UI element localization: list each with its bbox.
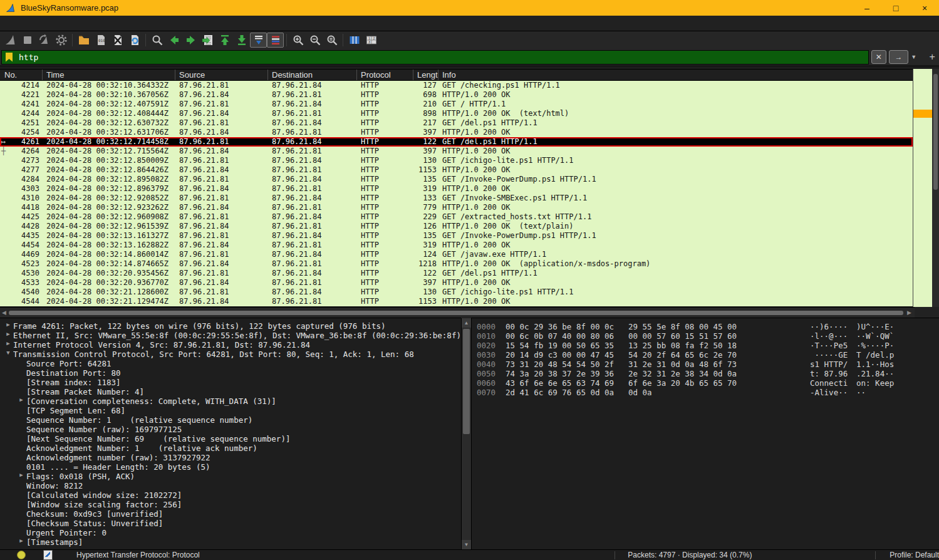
packet-row[interactable]: 4221 2024-04-28 00:32:10.367056Z 87.96.2… [0, 90, 913, 100]
detail-line[interactable]: Destination Port: 80 [0, 368, 461, 378]
hex-row[interactable]: 0030 20 14 d9 c3 00 00 47 45 54 20 2f 64… [472, 350, 939, 360]
restart-capture-icon[interactable] [36, 33, 53, 48]
detail-line[interactable]: Sequence Number (raw): 1697977125 [0, 425, 461, 434]
filter-add-button[interactable]: + [925, 51, 939, 63]
hex-row[interactable]: 0070 2d 41 6c 69 76 65 0d 0a 0d 0a -Aliv… [472, 388, 939, 397]
capture-options-icon[interactable] [53, 33, 70, 48]
packet-row[interactable]: 4310 2024-04-28 00:32:12.920852Z 87.96.2… [0, 194, 913, 203]
expander-icon[interactable] [16, 415, 26, 425]
packet-row[interactable]: 4254 2024-04-28 00:32:12.631706Z 87.96.2… [0, 128, 913, 137]
scroll-up-icon[interactable]: ▲ [462, 318, 471, 328]
expander-icon[interactable] [16, 509, 26, 519]
expander-icon[interactable] [16, 490, 26, 500]
packet-row[interactable]: ↦4261 2024-04-28 00:32:12.714458Z 87.96.… [0, 137, 913, 147]
detail-line[interactable]: ▶ Internet Protocol Version 4, Src: 87.9… [0, 340, 461, 350]
display-filter-field[interactable] [1, 50, 869, 65]
expander-icon[interactable] [16, 387, 26, 397]
menu-item[interactable] [59, 21, 70, 25]
expander-icon[interactable]: ▶ [16, 472, 26, 481]
detail-line[interactable]: [Window size scaling factor: 256] [0, 500, 461, 509]
resize-columns-icon[interactable] [346, 33, 363, 48]
packet-row[interactable]: 4251 2024-04-28 00:32:12.630732Z 87.96.2… [0, 118, 913, 128]
detail-line[interactable]: Acknowledgment Number: 1 (relative ack n… [0, 443, 461, 453]
expander-icon[interactable] [16, 528, 26, 537]
details-vscrollbar[interactable]: ▲ ▼ [461, 318, 471, 549]
maximize-button[interactable]: □ [881, 0, 910, 16]
detail-line[interactable]: Sequence Number: 1 (relative sequence nu… [0, 415, 461, 425]
packet-row[interactable]: 4544 2024-04-28 00:32:21.129474Z 87.96.2… [0, 297, 913, 306]
detail-line[interactable]: [Checksum Status: Unverified] [0, 519, 461, 528]
reload-file-icon[interactable] [126, 33, 143, 48]
column-header-source[interactable]: Source [175, 70, 268, 80]
go-last-packet-icon[interactable] [233, 33, 250, 48]
packet-list-hscrollbar[interactable]: ◀ ▶ [0, 307, 915, 318]
packet-row[interactable]: 4277 2024-04-28 00:32:12.864426Z 87.96.2… [0, 165, 913, 175]
expander-icon[interactable] [16, 434, 26, 443]
go-forward-icon[interactable] [182, 33, 199, 48]
find-packet-icon[interactable] [148, 33, 165, 48]
go-to-packet-icon[interactable] [199, 33, 216, 48]
menu-item[interactable] [48, 21, 59, 25]
expander-icon[interactable] [16, 359, 26, 368]
zoom-out-icon[interactable] [306, 33, 323, 48]
packet-row[interactable]: 4284 2024-04-28 00:32:12.895082Z 87.96.2… [0, 175, 913, 184]
close-file-icon[interactable] [109, 33, 126, 48]
save-file-icon[interactable]: 010 [92, 33, 109, 48]
packet-row[interactable]: 4214 2024-04-28 00:32:10.364332Z 87.96.2… [0, 81, 913, 90]
expander-icon[interactable]: ▼ [3, 350, 13, 359]
packet-row[interactable]: 4469 2024-04-28 00:32:14.860014Z 87.96.2… [0, 250, 913, 259]
packet-row[interactable]: 4530 2024-04-28 00:32:20.935456Z 87.96.2… [0, 269, 913, 278]
filter-bookmark-icon[interactable] [6, 53, 13, 62]
zoom-in-icon[interactable] [289, 33, 306, 48]
packet-row[interactable]: 4244 2024-04-28 00:32:12.408444Z 87.96.2… [0, 109, 913, 118]
packet-minimap[interactable] [913, 69, 932, 307]
packet-row[interactable]: 4428 2024-04-28 00:32:12.961539Z 87.96.2… [0, 222, 913, 231]
detail-line[interactable]: 0101 .... = Header Length: 20 bytes (5) [0, 462, 461, 472]
menu-item[interactable] [3, 21, 14, 25]
expander-icon[interactable]: ▶ [3, 331, 13, 340]
open-file-icon[interactable] [75, 33, 92, 48]
packet-bytes-pane[interactable]: 0000 00 0c 29 36 be 8f 00 0c 29 55 5e 8f… [471, 318, 939, 549]
packet-row[interactable]: 4533 2024-04-28 00:32:20.936770Z 87.96.2… [0, 278, 913, 288]
detail-line[interactable]: Urgent Pointer: 0 [0, 528, 461, 537]
packet-list-vscrollbar[interactable] [932, 69, 939, 307]
expander-icon[interactable] [16, 425, 26, 434]
expander-icon[interactable]: ▶ [3, 321, 13, 331]
hscrollbar-thumb[interactable] [9, 311, 903, 315]
layout-columns-icon[interactable]: 123 [363, 33, 380, 48]
expander-icon[interactable]: ▶ [3, 340, 13, 350]
packet-row[interactable]: 4435 2024-04-28 00:32:13.161327Z 87.96.2… [0, 231, 913, 241]
expander-icon[interactable] [16, 462, 26, 472]
menu-item[interactable] [81, 21, 93, 25]
detail-line[interactable]: ▼ Transmission Control Protocol, Src Por… [0, 350, 461, 359]
filter-clear-icon[interactable]: ✕ [871, 50, 886, 64]
detail-line[interactable]: [Stream index: 1183] [0, 378, 461, 387]
packet-row[interactable]: 4425 2024-04-28 00:32:12.960908Z 87.96.2… [0, 212, 913, 222]
detail-line[interactable]: ▶ Flags: 0x018 (PSH, ACK) [0, 472, 461, 481]
scroll-left-icon[interactable]: ◀ [2, 309, 6, 316]
column-header-time[interactable]: Time [43, 70, 175, 80]
packet-row[interactable]: 4303 2024-04-28 00:32:12.896379Z 87.96.2… [0, 184, 913, 194]
hex-row[interactable]: 0000 00 0c 29 36 be 8f 00 0c 29 55 5e 8f… [472, 322, 939, 331]
expander-icon[interactable] [16, 481, 26, 490]
expert-info-icon[interactable] [17, 551, 26, 559]
expander-icon[interactable]: ▶ [16, 397, 26, 406]
expander-icon[interactable] [16, 443, 26, 453]
packet-row[interactable]: 4241 2024-04-28 00:32:12.407591Z 87.96.2… [0, 100, 913, 109]
menu-item[interactable] [36, 21, 48, 25]
packet-row[interactable]: ┼4264 2024-04-28 00:32:12.715564Z 87.96.… [0, 147, 913, 156]
colorize-icon[interactable] [267, 33, 284, 48]
start-capture-icon[interactable] [2, 33, 19, 48]
go-back-icon[interactable] [165, 33, 182, 48]
detail-line[interactable]: [Next Sequence Number: 69 (relative sequ… [0, 434, 461, 443]
packet-row[interactable]: 4523 2024-04-28 00:32:14.874665Z 87.96.2… [0, 259, 913, 269]
menu-item[interactable] [115, 21, 127, 25]
details-scrollbar-thumb[interactable] [463, 329, 470, 434]
minimize-button[interactable]: – [853, 0, 881, 16]
expander-icon[interactable]: ▶ [16, 537, 26, 547]
detail-line[interactable]: Source Port: 64281 [0, 359, 461, 368]
hex-row[interactable]: 0020 15 54 fb 19 00 50 65 35 13 25 bb 08… [472, 341, 939, 350]
column-header-info[interactable]: Info [438, 70, 913, 80]
column-header-no[interactable]: No. [0, 70, 43, 80]
detail-line[interactable]: Window: 8212 [0, 481, 461, 490]
